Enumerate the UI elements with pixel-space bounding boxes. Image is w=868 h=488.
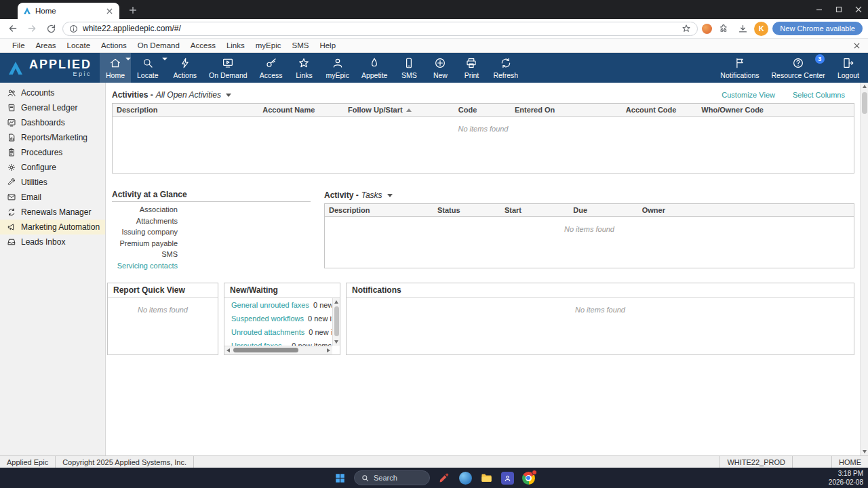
start-button[interactable] — [333, 471, 347, 485]
window-maximize-button[interactable] — [829, 0, 848, 19]
menu-myepic[interactable]: myEpic — [250, 39, 287, 52]
glance-item-association[interactable]: Association — [112, 204, 178, 216]
col-entered-on[interactable]: Entered On — [511, 104, 622, 116]
logout-button[interactable]: Logout — [831, 53, 865, 83]
page-info-icon[interactable] — [69, 24, 78, 33]
menu-file[interactable]: File — [7, 39, 31, 52]
toolbar-on-demand-button[interactable]: On Demand — [203, 53, 254, 83]
notifications-button[interactable]: Notifications — [714, 53, 765, 83]
window-minimize-button[interactable] — [809, 0, 829, 19]
new-waiting-link-suspended-workflows[interactable]: Suspended workflows — [231, 314, 304, 323]
activities-view-caret-icon[interactable] — [226, 94, 231, 97]
new-waiting-link-unrouted-attachments[interactable]: Unrouted attachments — [231, 328, 304, 336]
locate-caret-icon[interactable] — [162, 60, 167, 73]
glance-item-sms[interactable]: SMS — [112, 249, 178, 260]
menu-sms[interactable]: SMS — [286, 39, 314, 52]
menubar-close-icon[interactable] — [854, 43, 860, 49]
glance-item-servicing-contacts[interactable]: Servicing contacts — [112, 260, 178, 272]
toolbar-actions-button[interactable]: Actions — [167, 53, 203, 83]
col-follow-up-start[interactable]: Follow Up/Start — [344, 104, 454, 116]
new-waiting-vertical-scrollbar[interactable] — [332, 298, 340, 346]
menu-on-demand[interactable]: On Demand — [132, 39, 185, 52]
scrollbar-thumb[interactable] — [334, 306, 339, 336]
tasks-col-description[interactable]: Description — [325, 204, 433, 216]
toolbar-appetite-button[interactable]: Appetite — [355, 53, 394, 83]
taskbar-file-explorer-icon[interactable] — [479, 471, 493, 485]
glance-item-attachments[interactable]: Attachments — [112, 216, 178, 227]
taskbar-chrome-icon[interactable] — [521, 471, 535, 485]
sidebar-item-marketing-automation[interactable]: Marketing Automation — [0, 220, 105, 235]
tasks-col-start[interactable]: Start — [500, 204, 569, 216]
col-who-owner-code[interactable]: Who/Owner Code — [697, 104, 854, 116]
menu-actions[interactable]: Actions — [96, 39, 132, 52]
toolbar-new-button[interactable]: New — [425, 53, 456, 83]
chrome-update-chip[interactable]: New Chrome available — [772, 22, 863, 35]
col-description[interactable]: Description — [113, 104, 258, 116]
toolbar-locate-button[interactable]: Locate — [131, 53, 167, 83]
profile-avatar[interactable]: K — [754, 22, 768, 36]
sidebar-item-email[interactable]: Email — [0, 190, 105, 205]
scrollbar-thumb[interactable] — [862, 92, 867, 114]
scroll-down-arrow-icon[interactable] — [334, 340, 338, 344]
reload-button[interactable] — [43, 21, 58, 36]
home-caret-icon[interactable] — [125, 60, 131, 73]
taskbar-search-box[interactable]: Search — [354, 470, 430, 485]
customize-view-link[interactable]: Customize View — [722, 91, 775, 99]
col-account-name[interactable]: Account Name — [258, 104, 344, 116]
scroll-down-arrow-icon[interactable] — [863, 450, 867, 453]
toolbar-refresh-button[interactable]: Refresh — [487, 53, 524, 83]
new-waiting-horizontal-scrollbar[interactable] — [224, 346, 332, 354]
toolbar-links-button[interactable]: Links — [288, 53, 319, 83]
tasks-col-status[interactable]: Status — [433, 204, 500, 216]
scrollbar-thumb[interactable] — [233, 348, 298, 352]
tasks-col-due[interactable]: Due — [569, 204, 637, 216]
toolbar-print-button[interactable]: Print — [456, 53, 487, 83]
back-button[interactable] — [5, 21, 20, 36]
extensions-puzzle-icon[interactable] — [716, 21, 731, 36]
new-tab-button[interactable] — [127, 5, 138, 16]
main-vertical-scrollbar[interactable] — [860, 83, 868, 455]
url-text[interactable]: white22.appliedepic.com/#/ — [83, 24, 181, 33]
tasks-view-caret-icon[interactable] — [387, 194, 393, 197]
select-columns-link[interactable]: Select Columns — [793, 91, 845, 99]
taskbar-pinned-app-pencil-icon[interactable] — [437, 471, 451, 485]
taskbar-clock[interactable]: 3:18 PM 2026-02-08 — [829, 469, 863, 487]
scroll-left-arrow-icon[interactable] — [226, 348, 230, 352]
tasks-col-owner[interactable]: Owner — [638, 204, 854, 216]
sidebar-item-general-ledger[interactable]: General Ledger — [0, 100, 105, 115]
glance-item-issuing-company[interactable]: Issuing company — [112, 226, 178, 238]
scroll-up-arrow-icon[interactable] — [334, 300, 338, 304]
menu-locate[interactable]: Locate — [62, 39, 96, 52]
taskbar-teams-icon[interactable] — [500, 471, 514, 485]
menu-access[interactable]: Access — [185, 39, 221, 52]
forward-button[interactable] — [24, 21, 39, 36]
sidebar-item-configure[interactable]: Configure — [0, 160, 105, 175]
browser-tab-home[interactable]: Home — [18, 3, 119, 19]
toolbar-sms-button[interactable]: SMS — [393, 53, 425, 83]
sidebar-item-reports-marketing[interactable]: Reports/Marketing — [0, 130, 105, 145]
sidebar-item-accounts[interactable]: Accounts — [0, 85, 105, 100]
sidebar-item-renewals-manager[interactable]: Renewals Manager — [0, 205, 105, 220]
sidebar-item-dashboards[interactable]: Dashboards — [0, 115, 105, 130]
taskbar-pinned-app-browser-icon[interactable] — [458, 471, 472, 485]
resource-center-button[interactable]: 3 Resource Center — [766, 53, 831, 83]
sidebar-item-procedures[interactable]: Procedures — [0, 145, 105, 160]
extension-icon[interactable] — [702, 24, 712, 34]
glance-item-premium-payable[interactable]: Premium payable — [112, 238, 178, 249]
window-close-button[interactable] — [848, 0, 868, 19]
toolbar-access-button[interactable]: Access — [254, 53, 289, 83]
sidebar-item-leads-inbox[interactable]: Leads Inbox — [0, 235, 105, 249]
address-bar[interactable]: white22.appliedepic.com/#/ — [62, 22, 698, 36]
scroll-up-arrow-icon[interactable] — [863, 85, 867, 88]
menu-areas[interactable]: Areas — [31, 39, 62, 52]
col-account-code[interactable]: Account Code — [622, 104, 697, 116]
menu-links[interactable]: Links — [221, 39, 250, 52]
tab-close-icon[interactable] — [104, 6, 114, 16]
menu-help[interactable]: Help — [314, 39, 341, 52]
col-code[interactable]: Code — [454, 104, 511, 116]
toolbar-myepic-button[interactable]: myEpic — [319, 53, 355, 83]
scroll-right-arrow-icon[interactable] — [327, 348, 330, 352]
toolbar-home-button[interactable]: Home — [100, 53, 131, 83]
sidebar-item-utilities[interactable]: Utilities — [0, 175, 105, 190]
bookmark-star-icon[interactable] — [682, 24, 691, 33]
